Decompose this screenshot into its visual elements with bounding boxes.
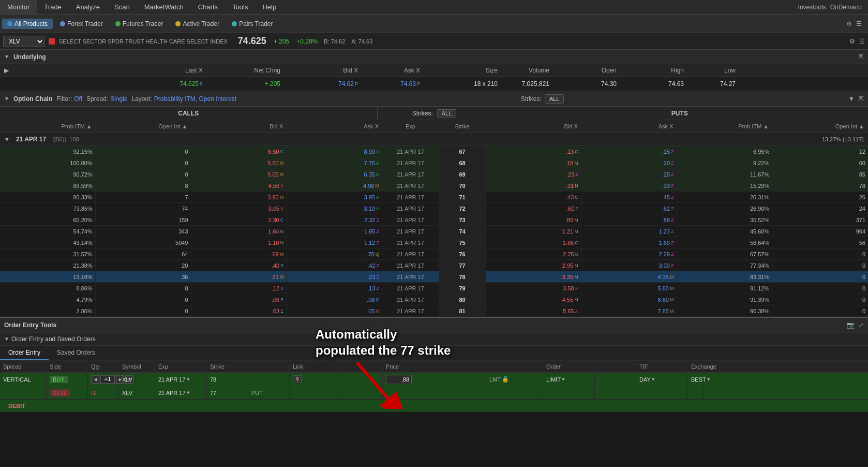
- gear-icon[interactable]: ⚙: [846, 20, 852, 27]
- forex-trader-btn[interactable]: Forex Trader: [55, 19, 108, 29]
- qty-down-btn[interactable]: ◂: [91, 375, 99, 384]
- ask-6[interactable]: 2.32Z: [287, 214, 382, 225]
- ask-2[interactable]: 6.35A: [287, 169, 382, 180]
- put-bid-9[interactable]: 2.25B: [486, 249, 581, 259]
- bid-7[interactable]: 1.64N: [191, 226, 287, 237]
- open-int-puts-header[interactable]: Open.Int ▲: [772, 120, 868, 132]
- menu-scan[interactable]: Scan: [107, 0, 137, 14]
- order-dropdown[interactable]: ▾: [562, 376, 565, 383]
- pairs-trader-btn[interactable]: Pairs Trader: [227, 19, 278, 29]
- layout-value[interactable]: Probability ITM, Open Interest: [154, 95, 236, 103]
- menu-help[interactable]: Help: [255, 0, 283, 14]
- investools-btn[interactable]: Investools: [798, 4, 826, 11]
- link-btn[interactable]: ⚲: [293, 375, 302, 383]
- ask-5[interactable]: 3.10A: [287, 203, 382, 214]
- put-bid-11[interactable]: 3.35M: [486, 271, 581, 282]
- put-ask-6[interactable]: .88Z: [581, 214, 677, 225]
- menu-monitor[interactable]: Monitor: [0, 0, 37, 14]
- bid-3[interactable]: 4.50X: [191, 180, 287, 191]
- qty-value[interactable]: +1: [100, 375, 115, 384]
- bid-0[interactable]: 6.50C: [191, 146, 287, 157]
- prob-itm-puts-header[interactable]: Prob.ITM ▲: [677, 120, 773, 132]
- exp2-dropdown[interactable]: ▾: [187, 389, 190, 396]
- ask-4[interactable]: 3.95A: [287, 192, 382, 202]
- bid-8[interactable]: 1.10N: [191, 237, 287, 248]
- open-int-calls-header[interactable]: Open.Int ▲: [96, 120, 191, 132]
- filter-value[interactable]: Off: [74, 95, 82, 103]
- strikes-all-btn[interactable]: ALL: [545, 94, 564, 104]
- order1-price[interactable]: [383, 373, 486, 386]
- bid-12[interactable]: .12B: [191, 283, 287, 294]
- price-type-icon[interactable]: 🔒: [502, 376, 509, 383]
- put-ask-10[interactable]: 3.00Z: [581, 260, 677, 271]
- all-products-btn[interactable]: All Products: [2, 19, 53, 29]
- oc-dropdown-icon[interactable]: ▼: [848, 95, 855, 103]
- menu-analyze[interactable]: Analyze: [69, 0, 107, 14]
- bid-14[interactable]: .03E: [191, 305, 287, 316]
- expand-icon[interactable]: ⤢: [859, 322, 864, 329]
- put-ask-11[interactable]: 4.35M: [581, 271, 677, 282]
- exp-dropdown[interactable]: ▾: [187, 376, 190, 383]
- ask-3[interactable]: 4.90M: [287, 180, 382, 191]
- screenshot-icon[interactable]: 📷: [847, 322, 855, 329]
- bid-x-calls-header[interactable]: Bid X: [191, 120, 287, 132]
- bid-2[interactable]: 5.05M: [191, 169, 287, 180]
- bid-13[interactable]: .06B: [191, 294, 287, 305]
- bid-x-puts-header[interactable]: Bid X: [486, 120, 581, 132]
- ask-9[interactable]: .70Q: [287, 249, 382, 259]
- ask-7[interactable]: 1.65Z: [287, 226, 382, 237]
- ask-8[interactable]: 1.12Z: [287, 237, 382, 248]
- bid-5[interactable]: 3.05X: [191, 203, 287, 214]
- ask-1[interactable]: 7.75A: [287, 157, 382, 168]
- put-ask-1[interactable]: .20Z: [581, 157, 677, 168]
- futures-trader-btn[interactable]: Futures Trader: [110, 19, 169, 29]
- put-ask-3[interactable]: .33Z: [581, 180, 677, 191]
- put-bid-14[interactable]: 5.65X: [486, 305, 581, 316]
- put-ask-2[interactable]: .25Z: [581, 169, 677, 180]
- ask-12[interactable]: .13Z: [287, 283, 382, 294]
- put-bid-5[interactable]: .60Z: [486, 203, 581, 214]
- menu-tools[interactable]: Tools: [225, 0, 255, 14]
- bid-10[interactable]: .40B: [191, 260, 287, 271]
- exp-collapse[interactable]: ▼: [4, 136, 10, 142]
- bid-4[interactable]: 3.90M: [191, 192, 287, 202]
- put-bid-1[interactable]: .18M: [486, 157, 581, 168]
- ask-x-calls-header[interactable]: Ask X: [287, 120, 382, 132]
- price-input[interactable]: [386, 375, 412, 384]
- menu-charts[interactable]: Charts: [191, 0, 225, 14]
- put-ask-14[interactable]: 7.85M: [581, 305, 677, 316]
- tab-order-entry[interactable]: Order Entry: [0, 346, 49, 360]
- bid-6[interactable]: 2.30C: [191, 214, 287, 225]
- put-ask-13[interactable]: 6.80M: [581, 294, 677, 305]
- menu-trade[interactable]: Trade: [37, 0, 68, 14]
- order-section-collapse[interactable]: ▼: [4, 336, 9, 342]
- put-bid-7[interactable]: 1.21M: [486, 226, 581, 237]
- put-ask-4[interactable]: .45Z: [581, 192, 677, 202]
- order1-qty[interactable]: ◂ +1 ▸ ▾: [88, 373, 119, 386]
- put-bid-12[interactable]: 3.50X: [486, 283, 581, 294]
- ask-11[interactable]: .23Z: [287, 271, 382, 282]
- menu-marketwatch[interactable]: MarketWatch: [137, 0, 191, 14]
- put-bid-0[interactable]: .13C: [486, 146, 581, 157]
- put-bid-2[interactable]: .23Z: [486, 169, 581, 180]
- put-bid-13[interactable]: 4.55M: [486, 294, 581, 305]
- put-bid-4[interactable]: .43C: [486, 192, 581, 202]
- prob-itm-calls-header[interactable]: Prob.ITM ▲: [0, 120, 96, 132]
- put-ask-0[interactable]: .15Z: [581, 146, 677, 157]
- put-bid-6[interactable]: .86M: [486, 214, 581, 225]
- tif-dropdown[interactable]: ▾: [652, 376, 655, 383]
- active-trader-btn[interactable]: Active Trader: [170, 19, 225, 29]
- put-bid-8[interactable]: 1.66C: [486, 237, 581, 248]
- put-bid-10[interactable]: 2.95M: [486, 260, 581, 271]
- settings-icon[interactable]: ⚙: [849, 38, 855, 45]
- popout-icon[interactable]: ⇱: [859, 53, 864, 61]
- bid-11[interactable]: .21M: [191, 271, 287, 282]
- put-ask-12[interactable]: 5.80M: [581, 283, 677, 294]
- tab-saved-orders[interactable]: Saved Orders: [49, 346, 103, 360]
- bid-9[interactable]: .69M: [191, 249, 287, 259]
- menu-icon[interactable]: ☰: [856, 20, 862, 27]
- underlying-col-expand[interactable]: ▶: [0, 64, 103, 76]
- put-ask-9[interactable]: 2.29Z: [581, 249, 677, 259]
- put-bid-3[interactable]: .31N: [486, 180, 581, 191]
- layout-icon[interactable]: ☰: [859, 38, 865, 45]
